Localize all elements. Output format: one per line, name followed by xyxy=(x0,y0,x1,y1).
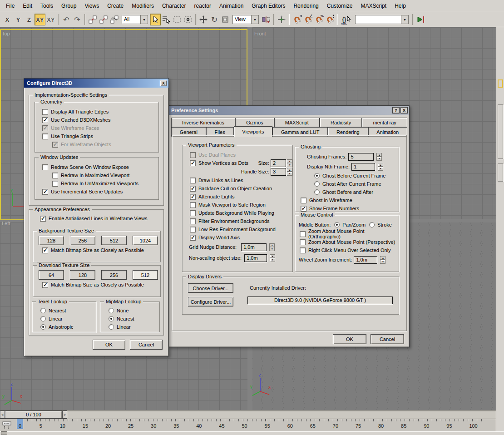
checkbox[interactable] xyxy=(190,152,196,158)
checkbox[interactable] xyxy=(190,194,196,200)
help-button[interactable]: ? xyxy=(392,107,400,114)
checkbox-row[interactable]: Show Frame Numbers xyxy=(300,204,395,213)
menu-item[interactable]: Help xyxy=(391,1,410,10)
percent-snap-toggle-button[interactable]: % xyxy=(313,14,324,25)
checkbox[interactable] xyxy=(40,216,46,222)
radio-button[interactable] xyxy=(314,189,320,195)
wheel-zoom-spinner[interactable]: ▲▼ xyxy=(380,256,385,264)
track-bar[interactable]: 0 5 10 15 20 25 30 35 40 45 50 55 60 65 … xyxy=(0,419,496,431)
checkbox-row[interactable]: Zoom About Mouse Point (Orthographic) xyxy=(299,230,397,238)
radio-button[interactable] xyxy=(40,324,46,330)
mirror-button[interactable] xyxy=(261,14,272,25)
checkbox[interactable] xyxy=(301,206,306,212)
checkbox[interactable] xyxy=(300,239,306,245)
checkbox-row[interactable]: Mask Viewport to Safe Region xyxy=(189,201,292,209)
checkbox-row[interactable]: Display All Triangle Edges xyxy=(41,108,158,116)
preferences-tab[interactable]: mental ray xyxy=(362,118,407,127)
select-and-rotate-button[interactable]: ↻ xyxy=(209,14,220,25)
checkbox-row[interactable]: Match Bitmap Size as Closely as Possible xyxy=(41,246,160,254)
checkbox-row[interactable]: Zoom About Mouse Point (Perspective) xyxy=(299,238,397,246)
texture-size-button[interactable]: 128 xyxy=(39,236,64,245)
checkbox-row[interactable]: For Wireframe Objects xyxy=(41,140,158,148)
dialog-titlebar[interactable]: Preference Settings ? X xyxy=(168,106,409,115)
choose-driver-button[interactable]: Choose Driver... xyxy=(188,283,233,293)
checkbox[interactable] xyxy=(42,282,48,288)
checkbox[interactable] xyxy=(42,117,48,123)
ok-button[interactable]: OK xyxy=(93,340,125,350)
time-slider-handle[interactable]: 0 / 100 xyxy=(5,410,62,419)
select-and-scale-button[interactable] xyxy=(220,14,231,25)
radio-row[interactable]: Linear xyxy=(108,323,159,331)
checkbox[interactable] xyxy=(301,198,306,203)
restrict-xy-plane-button[interactable]: XY xyxy=(35,14,45,25)
checkbox[interactable] xyxy=(42,109,48,115)
menu-item[interactable]: Group xyxy=(58,1,80,10)
radio-row[interactable]: Linear xyxy=(40,315,96,323)
chevron-down-icon[interactable]: ▼ xyxy=(140,15,148,24)
checkbox[interactable] xyxy=(190,202,196,208)
checkbox[interactable] xyxy=(190,178,196,183)
grid-nudge-spinner[interactable]: ▲▼ xyxy=(269,243,275,251)
checkbox[interactable] xyxy=(190,235,196,241)
texture-size-button[interactable]: 1024 xyxy=(133,236,158,245)
radio-button[interactable] xyxy=(40,316,46,321)
radio-button[interactable] xyxy=(369,222,375,227)
rectangular-selection-region-button[interactable] xyxy=(172,14,183,25)
checkbox[interactable] xyxy=(190,218,196,224)
radio-row[interactable]: Pan/Zoom xyxy=(333,221,366,229)
undo-button[interactable]: ↶ xyxy=(61,14,72,25)
restrict-z-button[interactable]: Z xyxy=(24,14,35,25)
checkbox-row[interactable]: Low-Res Environment Background xyxy=(189,225,292,233)
checkbox[interactable] xyxy=(190,186,196,192)
select-object-button[interactable] xyxy=(150,14,161,25)
preferences-tab[interactable]: Radiosity xyxy=(320,118,362,127)
menu-item[interactable]: reactor xyxy=(191,1,215,10)
radio-row[interactable]: Stroke xyxy=(368,221,392,229)
cancel-button[interactable]: Cancel xyxy=(130,340,163,350)
menu-item[interactable]: Tools xyxy=(37,1,57,10)
close-button[interactable]: X xyxy=(160,80,167,86)
menu-item[interactable]: Create xyxy=(104,1,127,10)
checkbox-row[interactable]: Enable Antialiased Lines in Wireframe Vi… xyxy=(39,214,163,222)
checkbox[interactable] xyxy=(42,164,48,170)
checkbox-row[interactable]: Use Incremental Scene Updates xyxy=(41,188,158,196)
checkbox-row[interactable]: Draw Links as Lines xyxy=(189,176,292,184)
mini-curve-editor-button[interactable] xyxy=(1,420,13,431)
chevron-down-icon[interactable]: ▼ xyxy=(401,15,408,24)
radio-button[interactable] xyxy=(109,316,114,321)
menu-item[interactable]: Rendering xyxy=(290,1,322,10)
menu-item[interactable]: Edit xyxy=(19,1,36,10)
menu-item[interactable]: Modifiers xyxy=(128,1,158,10)
radio-row[interactable]: Ghost Before Current Frame xyxy=(313,172,395,180)
configure-driver-button[interactable]: Configure Driver... xyxy=(188,297,233,306)
radio-row[interactable]: Anisotropic xyxy=(40,323,96,331)
radio-row[interactable]: Ghost After Current Frame xyxy=(313,180,395,188)
vertex-size-field[interactable]: 2 xyxy=(271,159,286,167)
checkbox[interactable] xyxy=(300,231,306,237)
ghosting-frames-spinner[interactable]: ▲▼ xyxy=(376,153,382,161)
checkbox[interactable] xyxy=(190,210,196,216)
handle-size-field[interactable]: 3 xyxy=(271,168,286,176)
display-nth-frame-spinner[interactable]: ▲▼ xyxy=(378,163,383,171)
window-crossing-toggle-button[interactable] xyxy=(183,14,193,25)
checkbox-row[interactable]: Right Click Menu Over Selected Only xyxy=(299,246,397,254)
radio-button[interactable] xyxy=(109,324,114,330)
restrict-y-button[interactable]: Y xyxy=(13,14,24,25)
checkbox-row[interactable]: Redraw In UnMaximized Viewports xyxy=(41,179,158,188)
texture-size-button[interactable]: 256 xyxy=(101,270,127,280)
ok-button[interactable]: OK xyxy=(333,334,366,344)
radio-button[interactable] xyxy=(314,181,320,187)
checkbox-row[interactable]: Use Triangle Strips xyxy=(41,132,158,140)
texture-size-button[interactable]: 256 xyxy=(70,236,95,245)
snaps-toggle-button[interactable]: 3 xyxy=(292,14,302,25)
selection-filter-dropdown[interactable]: All ▼ xyxy=(122,15,148,24)
texture-size-button[interactable]: 512 xyxy=(133,270,158,280)
preferences-tab[interactable]: Gizmos xyxy=(235,118,274,127)
checkbox-row[interactable]: Redraw In Maximized Viewport xyxy=(41,171,158,179)
unlink-selection-button[interactable] xyxy=(98,14,109,25)
menu-item[interactable]: Graph Editors xyxy=(248,1,289,10)
menu-item[interactable]: MAXScript xyxy=(357,1,390,10)
dialog-titlebar[interactable]: Configure Direct3D X xyxy=(24,79,168,88)
keyboard-shortcut-override-button[interactable] xyxy=(415,14,426,25)
display-nth-frame-field[interactable]: 1 xyxy=(351,163,375,171)
